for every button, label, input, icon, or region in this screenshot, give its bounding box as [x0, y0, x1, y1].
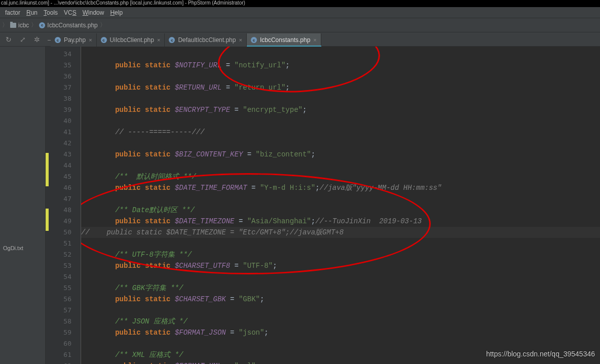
tab-label: DefaultIcbcClient.php [178, 36, 236, 44]
breadcrumb-folder-label: icbc [18, 22, 29, 29]
code-line[interactable]: /** UTF-8字符集 **/ [81, 249, 600, 260]
code-line[interactable] [81, 238, 600, 249]
code-line[interactable] [81, 338, 600, 349]
code-line[interactable]: public static $CHARSET_UTF8 = "UTF-8"; [81, 260, 600, 271]
line-number: 54 [46, 271, 81, 282]
code-line[interactable]: public static $NOTIFY_URL = "notify_url"… [81, 60, 600, 71]
line-number: 51 [46, 238, 81, 249]
close-icon[interactable]: × [157, 37, 160, 43]
line-number: 43 [46, 149, 81, 160]
php-file-icon: c [101, 37, 107, 43]
line-number: 40 [46, 115, 81, 127]
menu-tools[interactable]: Tools [41, 8, 61, 17]
code-line[interactable]: public static $RETURN_URL = "return_url"… [81, 82, 600, 93]
code-line[interactable]: /** 默认时间格式 **/ [81, 171, 600, 182]
code-line[interactable]: // -----=====-----/// [81, 127, 600, 138]
menu-vcs[interactable]: VCS [61, 8, 80, 17]
close-icon[interactable]: × [313, 37, 316, 43]
line-number: 47 [46, 193, 81, 205]
line-number: 56 [46, 294, 81, 305]
code-line[interactable]: public static $BIZ_CONTENT_KEY = "biz_co… [81, 149, 600, 160]
menu-help[interactable]: Help [107, 8, 126, 17]
code-line[interactable]: /** GBK字符集 **/ [81, 282, 600, 294]
menu-bar: factor Run Tools VCS Window Help [0, 7, 600, 18]
line-number: 41 [46, 127, 81, 138]
code-line[interactable]: public static $ENCRYPT_TYPE = "encrypt_t… [81, 104, 600, 115]
line-number: 59 [46, 327, 81, 338]
code-editor[interactable]: public static $NOTIFY_URL = "notify_url"… [81, 47, 600, 364]
folder-icon [10, 23, 16, 28]
code-line[interactable] [81, 71, 600, 82]
line-number: 34 [46, 49, 81, 60]
chevron-right-icon: 〉 [31, 21, 37, 29]
code-line[interactable]: public static $CHARSET_GBK = "GBK"; [81, 294, 600, 305]
code-line[interactable] [81, 49, 600, 60]
chevron-right-icon: 〉 [2, 21, 8, 29]
line-number: 36 [46, 71, 81, 82]
code-line[interactable] [81, 271, 600, 282]
code-line[interactable] [81, 115, 600, 127]
line-number: 35 [46, 60, 81, 71]
code-line[interactable] [81, 160, 600, 171]
line-number: 58 [46, 316, 81, 327]
line-number: 55 [46, 282, 81, 294]
code-line[interactable]: public static $DATE_TIME_FORMAT = "Y-m-d… [81, 182, 600, 193]
line-number: 49 [46, 216, 81, 227]
toolbar: ↻ ⤢ ✲ — cPay.php×cUiIcbcClient.php×cDefa… [0, 32, 600, 47]
line-number: 53 [46, 260, 81, 271]
code-line[interactable] [81, 305, 600, 316]
sync-icon[interactable]: ↻ [4, 35, 13, 44]
tab-icbcconstants-php[interactable]: cIcbcConstants.php× [247, 33, 321, 47]
breadcrumb-folder[interactable]: icbc [10, 22, 29, 29]
line-number: 42 [46, 138, 81, 149]
code-line[interactable]: // public static $DATE_TIMEZONE = "Etc/G… [81, 227, 600, 238]
change-marker [46, 209, 49, 231]
window-title: cal.junc.linkunst.com] - ...\vendor\icbc… [1, 0, 245, 6]
code-line[interactable] [81, 193, 600, 205]
code-line[interactable]: public static $DATE_TIMEZONE = "Asia/Sha… [81, 216, 600, 227]
line-number: 60 [46, 338, 81, 349]
project-sidebar[interactable]: OgDi.txt [0, 47, 46, 364]
line-number: 45 [46, 171, 81, 182]
line-number: 48 [46, 205, 81, 216]
watermark: https://blog.csdn.net/qq_39545346 [486, 350, 595, 358]
gear-icon[interactable]: ✲ [32, 35, 42, 44]
code-line[interactable]: /** Date默认时区 **/ [81, 205, 600, 216]
tab-uiicbcclient-php[interactable]: cUiIcbcClient.php× [97, 33, 165, 47]
line-number: 61 [46, 349, 81, 360]
close-icon[interactable]: × [89, 37, 92, 43]
code-line[interactable] [81, 138, 600, 149]
change-marker [46, 153, 49, 186]
menu-refactor[interactable]: factor [2, 8, 23, 17]
line-number: 46 [46, 182, 81, 193]
php-file-icon: c [39, 22, 45, 28]
sidebar-file-item[interactable]: OgDi.txt [3, 245, 23, 251]
php-file-icon: c [55, 37, 61, 43]
code-line[interactable]: /** JSON 应格式 */ [81, 316, 600, 327]
code-line[interactable]: public static $FORMAT_XML = "xml"; [81, 360, 600, 364]
breadcrumb-file-label: IcbcConstants.php [47, 22, 97, 29]
code-line[interactable] [81, 93, 600, 104]
php-file-icon: c [251, 37, 257, 43]
menu-window[interactable]: Window [80, 8, 107, 17]
line-number: 37 [46, 82, 81, 93]
breadcrumb-file[interactable]: c IcbcConstants.php [39, 22, 97, 29]
code-line[interactable]: public static $FORMAT_JSON = "json"; [81, 327, 600, 338]
editor-tabs: cPay.php×cUiIcbcClient.php×cDefaultIcbcC… [51, 32, 321, 47]
expand-icon[interactable]: ⤢ [18, 35, 27, 44]
title-bar: cal.junc.linkunst.com] - ...\vendor\icbc… [0, 0, 600, 7]
line-number: 52 [46, 249, 81, 260]
menu-run[interactable]: Run [23, 8, 41, 17]
line-number: 44 [46, 160, 81, 171]
line-number: 62 [46, 360, 81, 364]
line-number: 38 [46, 93, 81, 104]
line-number: 50 [46, 227, 81, 238]
chevron-right-icon: 〉 [100, 21, 106, 29]
tab-pay-php[interactable]: cPay.php× [51, 33, 97, 47]
tab-label: Pay.php [64, 36, 86, 44]
php-file-icon: c [169, 37, 175, 43]
tab-defaulticbcclient-php[interactable]: cDefaultIcbcClient.php× [165, 33, 247, 47]
close-icon[interactable]: × [239, 37, 242, 43]
line-number: 57 [46, 305, 81, 316]
breadcrumb: 〉 icbc 〉 c IcbcConstants.php 〉 [0, 18, 600, 32]
